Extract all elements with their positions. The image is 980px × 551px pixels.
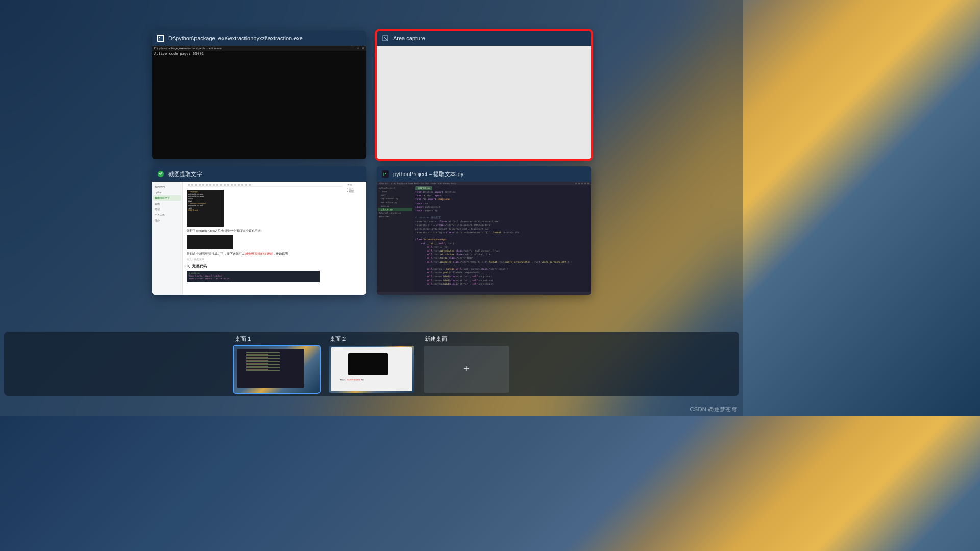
pycharm-icon: P (382, 170, 389, 178)
console-output: Active code page: 65001 (152, 51, 366, 57)
console-content: D:\python\package_exe\extractionbyxzl\ex… (152, 46, 366, 159)
sidebar-item[interactable]: 待办 (153, 218, 181, 223)
desktop-label: 桌面 1 (234, 335, 320, 343)
code-screenshot: ▸ package extraction.exe extraction.spec… (187, 190, 224, 227)
ide-content: File Edit View Navigate Code Refactor Ru… (377, 182, 591, 295)
window-title: pythonProject – 提取文本.py (393, 170, 463, 178)
code-block: # coding: from tkinter import tkinter fr… (187, 271, 320, 282)
window-title: 截图提取文字 (168, 170, 202, 178)
titlebar: Area capture (377, 31, 591, 46)
plus-icon: + (463, 363, 470, 375)
editor-tabs: 提取文本.py (415, 186, 589, 190)
sidebar-item[interactable]: 我的文档 (153, 184, 181, 189)
desktop-thumbnail[interactable]: 截图之后 就会设置好的快捷键 开始 (329, 346, 414, 393)
window-title: Area capture (393, 35, 425, 41)
doc-sidebar: 我的文档 python 截图提取文字 其他 笔记 个人工作 待办 (152, 182, 183, 295)
window-title: D:\python\package_exe\extractionbyxzl\ex… (168, 35, 303, 41)
sidebar-item[interactable]: 其他 (153, 201, 181, 206)
wechat-doc-icon (157, 170, 164, 178)
svg-rect-1 (158, 36, 163, 41)
desktop-label: 新建桌面 (424, 335, 509, 343)
window-controls: —□✕ (351, 46, 364, 50)
console-icon (157, 35, 164, 42)
task-view: D:\python\package_exe\extractionbyxzl\ex… (0, 0, 743, 416)
area-capture-content (377, 46, 591, 159)
watermark: CSDN @逐梦苍穹 (690, 406, 737, 413)
ide-statusbar (377, 292, 591, 295)
code-lines: from datetime import datetimefrom tkinte… (415, 190, 589, 286)
screenshot-block (187, 235, 233, 249)
ide-menubar: File Edit View Navigate Code Refactor Ru… (377, 182, 591, 185)
window-grid: D:\python\package_exe\extractionbyxzl\ex… (152, 31, 591, 295)
desktop-slot-2[interactable]: 桌面 2 截图之后 就会设置好的快捷键 开始 (329, 335, 414, 393)
svg-line-3 (384, 37, 387, 40)
sidebar-item[interactable]: 截图提取文字 (153, 195, 181, 201)
titlebar: P pythonProject – 提取文本.py (377, 166, 591, 182)
doc-paragraph: 看到这个就说明运行成功了，接下来就可以就会设置好的快捷键，开始截图 (187, 252, 342, 256)
titlebar: 截图提取文字 (152, 166, 366, 182)
virtual-desktops-bar: 桌面 1 桌面 2 截图之后 就会设置好的快捷键 开始 新建桌面 + (4, 332, 739, 396)
window-card-ide[interactable]: P pythonProject – 提取文本.py File Edit View… (377, 166, 591, 295)
window-card-console[interactable]: D:\python\package_exe\extractionbyxzl\ex… (152, 31, 366, 159)
sidebar-item[interactable]: 笔记 (153, 207, 181, 212)
doc-content: 我的文档 python 截图提取文字 其他 笔记 个人工作 待办 ▸ packa… (152, 182, 366, 295)
doc-outline: 大纲 • 前言 • 截图 (346, 182, 366, 295)
doc-paragraph: 运行了extraction.exe之后会得到一个窗口这个窗也不大: (187, 229, 342, 233)
new-desktop-button[interactable]: + (424, 346, 509, 393)
desktop-slot-new[interactable]: 新建桌面 + (424, 335, 509, 393)
code-editor[interactable]: 提取文本.py from datetime import datetimefro… (413, 185, 591, 292)
editor-tab[interactable]: 提取文本.py (415, 186, 432, 190)
doc-heading: 3、完整代码 (187, 264, 342, 269)
doc-main: ▸ package extraction.exe extraction.spec… (183, 182, 346, 295)
sidebar-item[interactable]: python (153, 190, 181, 195)
app-icon (382, 35, 389, 42)
desktop-thumbnail[interactable] (234, 346, 320, 393)
svg-text:P: P (383, 172, 386, 177)
sidebar-item[interactable]: 个人工作 (153, 212, 181, 217)
titlebar: D:\python\package_exe\extractionbyxzl\ex… (152, 31, 366, 46)
window-card-area-capture[interactable]: Area capture (377, 31, 591, 159)
project-tree[interactable]: pythonProject .idea venv captureTest.py … (377, 185, 413, 292)
window-card-doc[interactable]: 截图提取文字 我的文档 python 截图提取文字 其他 笔记 个人工作 待办 (152, 166, 366, 295)
desktop-slot-1[interactable]: 桌面 1 (234, 335, 320, 393)
desktop-label: 桌面 2 (329, 335, 414, 343)
doc-hint: 输入 / 唤起菜单 (187, 258, 342, 261)
doc-toolbar (187, 183, 342, 187)
